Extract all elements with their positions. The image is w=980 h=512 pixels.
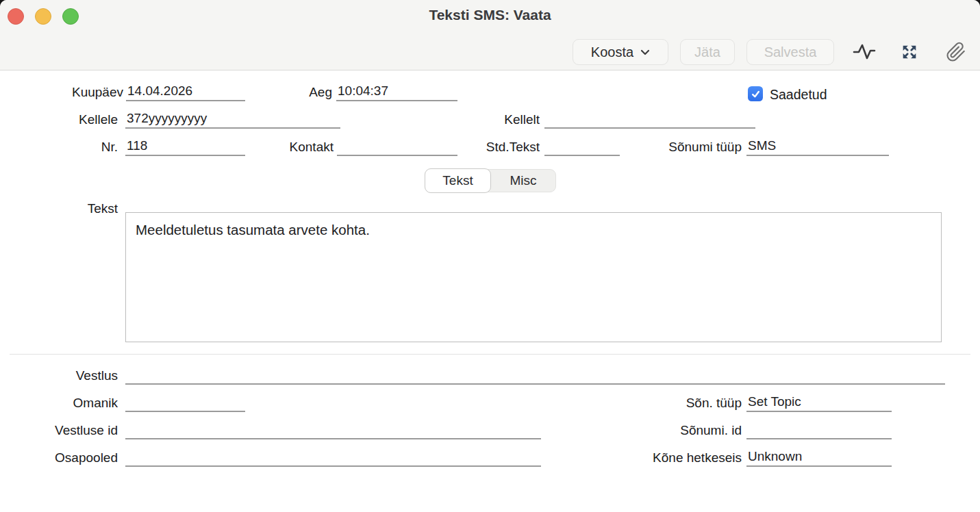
tab-misc[interactable]: Misc (490, 169, 556, 192)
sonumi-id-input[interactable] (746, 421, 892, 439)
saadetud-label: Saadetud (770, 86, 827, 103)
vestlus-label: Vestlus (27, 367, 118, 385)
sonumi-tuup-input[interactable] (746, 138, 889, 156)
tekst-misc-tabbar: Tekst Misc (425, 169, 556, 192)
nr-label: Nr. (27, 138, 118, 156)
window-title: Teksti SMS: Vaata (0, 7, 980, 23)
osapooled-input[interactable] (125, 448, 541, 467)
sonumi-tuup-label: Sõnumi tüüp (616, 138, 742, 156)
kontakt-label: Kontakt (247, 138, 334, 156)
son-tuup-input[interactable] (746, 394, 892, 412)
tab-tekst[interactable]: Tekst (425, 168, 491, 193)
kellelt-label: Kellelt (452, 111, 540, 129)
salvesta-button[interactable]: Salvesta (746, 39, 834, 65)
sonumi-id-label: Sõnumi. id (616, 422, 742, 439)
omanik-label: Omanik (27, 394, 118, 412)
expand-icon[interactable] (897, 40, 922, 64)
section-divider (10, 354, 970, 355)
kone-hetkeseis-input[interactable] (746, 448, 892, 467)
titlebar-toolbar: Teksti SMS: Vaata Koosta Jäta Salvesta (0, 0, 980, 71)
aeg-label: Aeg (260, 84, 332, 101)
kellele-label: Kellele (27, 111, 118, 129)
jata-button[interactable]: Jäta (680, 39, 735, 65)
saadetud-checkbox[interactable] (748, 86, 763, 101)
check-icon (751, 89, 761, 99)
std-tekst-input[interactable] (544, 138, 620, 156)
kellele-input[interactable] (125, 110, 340, 129)
vestlus-input[interactable] (125, 366, 945, 385)
koosta-button[interactable]: Koosta (573, 39, 668, 65)
tab-misc-label: Misc (510, 173, 536, 188)
koosta-button-label: Koosta (591, 44, 633, 60)
std-tekst-label: Std.Tekst (452, 138, 540, 156)
tab-tekst-label: Tekst (442, 173, 473, 188)
nr-input[interactable] (125, 138, 245, 156)
kellelt-input[interactable] (544, 110, 755, 129)
activity-icon[interactable] (852, 40, 877, 64)
kontakt-input[interactable] (337, 138, 457, 156)
vestluse-id-label: Vestluse id (27, 422, 118, 439)
sms-view-window: Teksti SMS: Vaata Koosta Jäta Salvesta (0, 0, 980, 512)
kone-hetkeseis-label: Kõne hetkeseis (596, 449, 742, 467)
paperclip-icon[interactable] (944, 40, 968, 64)
vestluse-id-input[interactable] (125, 421, 541, 439)
aeg-input[interactable] (336, 83, 457, 101)
salvesta-button-label: Salvesta (764, 44, 817, 60)
omanik-input[interactable] (125, 394, 245, 412)
chevron-down-icon (640, 49, 650, 55)
tekst-textarea[interactable]: Meeldetuletus tasumata arvete kohta. (125, 212, 942, 342)
son-tuup-label: Sõn. tüüp (616, 394, 742, 412)
kuupaev-input[interactable] (126, 83, 245, 101)
kuupaev-label: Kuupäev (27, 84, 123, 101)
osapooled-label: Osapooled (27, 449, 118, 467)
jata-button-label: Jäta (694, 44, 720, 60)
tekst-label: Tekst (27, 200, 118, 218)
